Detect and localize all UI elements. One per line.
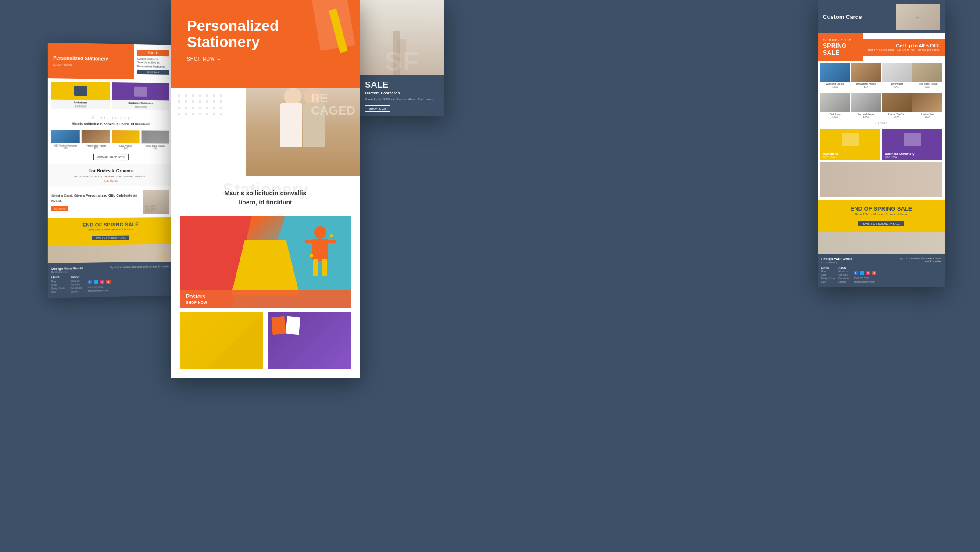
right-prod-5-img: [820, 93, 850, 112]
left-footer-about-4[interactable]: Careers: [71, 290, 82, 293]
right-cat-business[interactable]: Business Stationery SHOP NOW: [882, 129, 942, 160]
right-prod-2-price: $XX: [851, 86, 881, 88]
left-footer-link-4[interactable]: Sale: [51, 290, 65, 294]
left-view-all-btn[interactable]: VIEW ALL PRODUCTS: [93, 154, 128, 160]
right-cat-invitations[interactable]: Invitations SHOP NOW: [820, 129, 880, 160]
right-footer-about-3[interactable]: Our Mission: [838, 277, 850, 280]
left-footer-phone: 1.555.555.5555: [88, 286, 111, 289]
right-footer-brand: Design Your World: [821, 257, 852, 261]
right-twitter-icon[interactable]: t: [860, 271, 864, 275]
center-hero-shop[interactable]: SHOP NOW: [187, 57, 344, 61]
right-hero-img: 📷: [896, 4, 940, 30]
left-cat-invitations[interactable]: Invitations SHOP NOW: [51, 82, 110, 109]
right-facebook-icon[interactable]: f: [854, 271, 858, 275]
right-end-sale-sub: Save 30% or More on Dozens of Items: [823, 213, 940, 216]
left-send-btn[interactable]: SEE MORE: [51, 206, 68, 211]
right-prod-4[interactable]: Throw Bottle Product $XX: [912, 63, 942, 88]
right-prod-2[interactable]: Throw Bottle Product $XX: [851, 63, 881, 88]
right-prod-8[interactable]: Leather Tote $XXX: [912, 93, 942, 118]
right-footer-phone: 1.555.555.5555: [854, 277, 876, 280]
poster-label-text: Posters: [186, 294, 345, 300]
facebook-icon[interactable]: f: [88, 280, 92, 284]
center-tagline-line2: libero, id tincidunt: [180, 198, 351, 207]
right-prod-6[interactable]: Ear Headphones $XXX: [851, 93, 881, 118]
right-footer-brand-sub: Bri Stationery: [821, 261, 852, 264]
left-product-3-price: $XX: [111, 147, 139, 150]
left-footer-row: Design Your World Bri Stationery Sign Up…: [51, 265, 169, 273]
center-hero: Personalized Stationery SHOP NOW: [171, 0, 360, 88]
left-footer-link-3[interactable]: Design Studio: [51, 287, 65, 290]
right-prod-5-price: $XXX: [820, 115, 850, 118]
right-google-icon[interactable]: g: [872, 271, 876, 275]
right-products-row2: Desk Lamp $XXX Ear Headphones $XXX Leath…: [818, 91, 945, 121]
right-cat-invitations-name: Invitations: [823, 152, 878, 155]
dot-19: [206, 107, 208, 109]
spring-sale-right: Get Up to 40% OFF Don't miss the sale - …: [863, 39, 945, 56]
right-prod-7[interactable]: Leather Tote Bag $XXX: [882, 93, 912, 118]
left-footer-sale-btn[interactable]: SAVE BIG STATIONERY SALE: [92, 236, 129, 240]
dot-decoration-1: [310, 254, 313, 257]
left-product-2[interactable]: Throw Bottle Product $XX: [82, 130, 110, 150]
left-product-3[interactable]: New Product $XX: [111, 130, 139, 150]
left-footer-signup: Sign Up for emails and save 10% on your …: [110, 265, 169, 269]
poster-shop-text[interactable]: SHOP NOW: [186, 301, 345, 305]
dot-17: [192, 107, 194, 109]
sale-subtitle-text: Custom Postcards: [365, 91, 438, 95]
left-brides-link[interactable]: SEE MORE: [51, 179, 169, 182]
spring-sale-label: SPRING SALE: [823, 38, 858, 42]
right-footer-social-icons: f t p g: [854, 271, 876, 275]
google-icon[interactable]: g: [106, 280, 111, 284]
left-sale-sub2: Save Up to 35% on Personalized Postcards: [137, 61, 169, 68]
left-footer-social-col: f t p g 1.555.555.5555 info@bistationery…: [88, 275, 111, 294]
left-footer-link-1[interactable]: Blog: [51, 280, 65, 283]
left-product-1[interactable]: 8/10 Product Postcards $XX: [51, 130, 80, 150]
right-footer-link-2[interactable]: Shop: [821, 273, 835, 276]
left-hero-orange: Personalized Stationery SHOP NOW: [48, 43, 134, 79]
right-prod-5[interactable]: Desk Lamp $XXX: [820, 93, 850, 118]
right-footer-link-3[interactable]: Design Studio: [821, 277, 835, 280]
twitter-icon[interactable]: t: [94, 280, 98, 284]
left-cat-business-shop: SHOP NOW: [112, 105, 169, 110]
yellow-shape: [180, 312, 263, 369]
sale-shop-btn[interactable]: SHOP SALE: [365, 105, 390, 112]
left-footer-about-3[interactable]: Our Mission: [71, 287, 82, 290]
left-hero-shop[interactable]: SHOP NOW: [53, 63, 129, 68]
dot-5: [206, 94, 208, 97]
dot-18: [199, 107, 201, 109]
right-pinterest-icon[interactable]: p: [866, 271, 870, 275]
left-product-3-img: [111, 130, 139, 143]
left-footer-sale-title: END OF SPRING SALE: [51, 222, 169, 228]
left-product-4[interactable]: Throw Bottle Product $XX: [141, 130, 169, 150]
right-end-sale-btn[interactable]: SAVE BIG STATIONERY SALE: [858, 221, 904, 226]
sale-title-block: SALE Custom Postcards Save Up to 35% on …: [359, 75, 444, 116]
right-footer-signup: Sign Up for emails and save 10% on your …: [893, 257, 941, 262]
left-footer-about-col: ABOUT About Us Our Story Our Mission Car…: [71, 276, 82, 294]
right-footer-link-4[interactable]: Sale: [821, 280, 835, 283]
left-footer-about-2[interactable]: Our Story: [71, 283, 82, 286]
left-sale-label: SALE: [137, 50, 169, 56]
pinterest-icon[interactable]: p: [100, 280, 104, 284]
right-cat-business-placeholder: [904, 133, 921, 146]
dot-14: [220, 100, 222, 103]
overlay-line2: CAGED: [311, 104, 355, 117]
right-prod-3[interactable]: New Product $XX: [882, 63, 912, 88]
left-footer-links-title: LINKS: [51, 276, 65, 279]
right-footer-about-4[interactable]: Careers: [838, 280, 850, 283]
right-prod-3-price: $XX: [882, 86, 912, 88]
dot-28: [220, 113, 222, 115]
right-footer-about-2[interactable]: Our Story: [838, 273, 850, 276]
left-product-1-price: $XX: [51, 147, 80, 150]
right-footer-about-1[interactable]: About Us: [838, 270, 850, 272]
right-page-num[interactable]: < 1 of 4 >: [818, 121, 945, 126]
left-sale-btn[interactable]: SHOP SALE: [137, 70, 169, 75]
dot-25: [199, 113, 201, 115]
couple-img: RE CAGED: [246, 88, 360, 176]
right-footer-link-1[interactable]: Blog: [821, 270, 835, 272]
left-footer-about-1[interactable]: About Us: [71, 280, 82, 282]
right-footer-brand-block: Design Your World Bri Stationery: [821, 257, 852, 264]
left-cat-business[interactable]: Business Stationery SHOP NOW: [112, 82, 169, 110]
right-prod-1[interactable]: Withstand Speaker $XXX: [820, 63, 850, 88]
yellow-triangle: [206, 312, 263, 369]
sf-letters-decoration: SF: [385, 48, 418, 75]
left-footer-link-2[interactable]: Shop: [51, 283, 65, 287]
